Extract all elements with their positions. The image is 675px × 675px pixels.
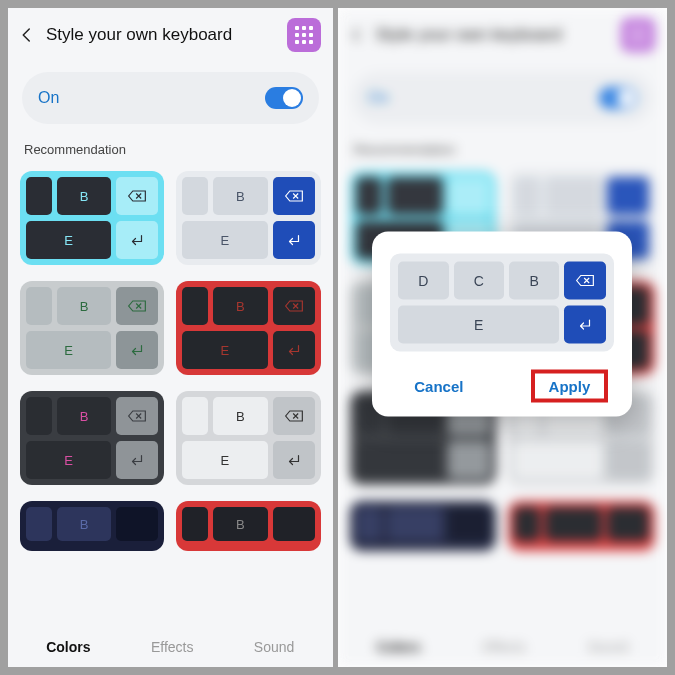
- grid-button[interactable]: [287, 18, 321, 52]
- backspace-icon: [116, 287, 158, 325]
- key-c-half: [182, 507, 208, 541]
- theme-card[interactable]: B E: [20, 171, 164, 265]
- screen-left: Style your own keyboard On Recommendatio…: [8, 8, 338, 667]
- enable-toggle-row[interactable]: On: [22, 72, 319, 124]
- key-e: E: [26, 221, 111, 259]
- cancel-button[interactable]: Cancel: [396, 370, 481, 403]
- theme-card[interactable]: B: [176, 501, 320, 551]
- key-e: E: [182, 441, 267, 479]
- theme-card[interactable]: B: [20, 501, 164, 551]
- key-c-half: [182, 287, 208, 325]
- key-b: B: [213, 177, 267, 215]
- key-b: B: [57, 397, 111, 435]
- theme-card[interactable]: B E: [176, 281, 320, 375]
- apply-button[interactable]: Apply: [531, 370, 609, 403]
- theme-card[interactable]: B E: [20, 391, 164, 485]
- tab-effects[interactable]: Effects: [141, 635, 204, 659]
- toggle-label: On: [38, 89, 59, 107]
- screen-right: Style your own keyboard On Recommendatio…: [338, 8, 668, 667]
- key-b: B: [57, 177, 111, 215]
- return-icon: [564, 306, 606, 344]
- theme-card[interactable]: B E: [176, 391, 320, 485]
- key-e: E: [26, 331, 111, 369]
- key-c-half: [182, 397, 208, 435]
- dialog-preview: D C B E: [390, 254, 614, 352]
- key-e: E: [182, 331, 267, 369]
- backspace-icon: [273, 287, 315, 325]
- tab-sound[interactable]: Sound: [244, 635, 304, 659]
- key-e: E: [26, 441, 111, 479]
- return-icon: [116, 441, 158, 479]
- key-b: B: [213, 397, 267, 435]
- key-b: B: [213, 507, 267, 541]
- backspace-icon: [273, 177, 315, 215]
- return-icon: [116, 331, 158, 369]
- backspace-icon: [564, 262, 606, 300]
- key-d: D: [398, 262, 448, 300]
- section-label: Recommendation: [24, 142, 317, 157]
- theme-card[interactable]: B E: [176, 171, 320, 265]
- key-b: B: [57, 287, 111, 325]
- backspace-icon: [273, 507, 315, 541]
- key-b: B: [509, 262, 559, 300]
- back-icon[interactable]: [18, 26, 36, 44]
- bottom-tabs: Colors Effects Sound: [8, 625, 333, 667]
- backspace-icon: [116, 397, 158, 435]
- key-c: C: [454, 262, 504, 300]
- key-e: E: [182, 221, 267, 259]
- themes-grid: B E B: [8, 165, 333, 625]
- key-c-half: [182, 177, 208, 215]
- theme-card[interactable]: B E: [20, 281, 164, 375]
- key-b: B: [213, 287, 267, 325]
- tab-colors[interactable]: Colors: [36, 635, 100, 659]
- return-icon: [273, 441, 315, 479]
- apply-dialog: D C B E Cancel Apply: [372, 232, 632, 417]
- key-e: E: [398, 306, 559, 344]
- key-c-half: [26, 287, 52, 325]
- return-icon: [116, 221, 158, 259]
- page-title: Style your own keyboard: [46, 25, 277, 45]
- header: Style your own keyboard: [8, 8, 333, 58]
- return-icon: [273, 221, 315, 259]
- toggle-switch[interactable]: [265, 87, 303, 109]
- key-c-half: [26, 397, 52, 435]
- return-icon: [273, 331, 315, 369]
- key-c-half: [26, 177, 52, 215]
- backspace-icon: [116, 507, 158, 541]
- key-b: B: [57, 507, 111, 541]
- backspace-icon: [116, 177, 158, 215]
- key-c-half: [26, 507, 52, 541]
- backspace-icon: [273, 397, 315, 435]
